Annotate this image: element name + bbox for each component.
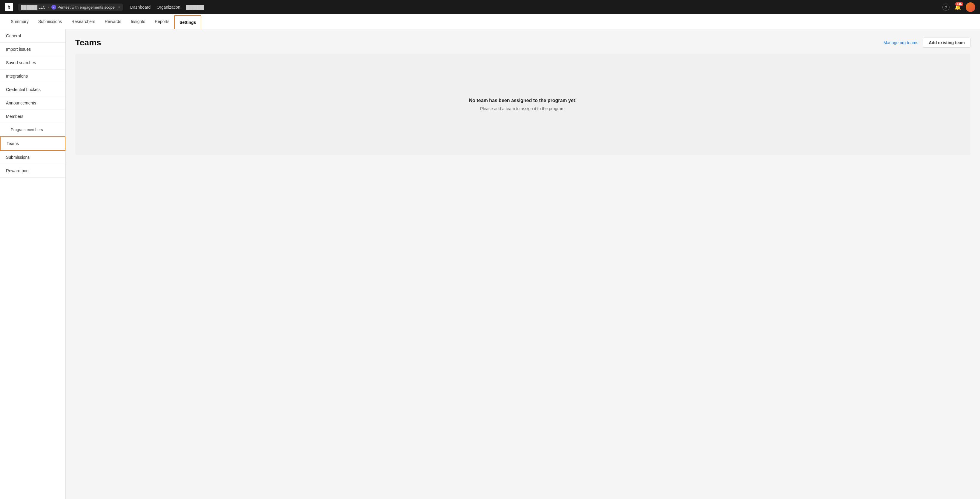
sidebar-item-general[interactable]: General (0, 29, 65, 43)
topnav-dashboard[interactable]: Dashboard (130, 5, 151, 10)
tab-settings[interactable]: Settings (174, 15, 201, 29)
badge-icon: ✓ (51, 5, 56, 10)
topnav-user-text[interactable]: ██████ (186, 5, 204, 10)
content-header: Teams Manage org teams Add existing team (75, 38, 970, 48)
tab-reports[interactable]: Reports (150, 15, 174, 29)
content-actions: Manage org teams Add existing team (883, 38, 970, 48)
tab-rewards[interactable]: Rewards (100, 15, 126, 29)
tab-submissions[interactable]: Submissions (33, 15, 67, 29)
breadcrumb-org: ██████ LLC (21, 5, 46, 10)
empty-state-panel: No team has been assigned to the program… (75, 54, 970, 155)
sidebar-item-credential-buckets[interactable]: Credential buckets (0, 83, 65, 96)
sidebar: General Import issues Saved searches Int… (0, 29, 66, 499)
secondary-navigation: Summary Submissions Researchers Rewards … (0, 14, 980, 29)
sidebar-item-saved-searches[interactable]: Saved searches (0, 56, 65, 70)
sidebar-item-program-members[interactable]: Program members (0, 123, 65, 137)
main-layout: General Import issues Saved searches Int… (0, 29, 980, 499)
manage-org-teams-link[interactable]: Manage org teams (883, 40, 918, 45)
breadcrumb[interactable]: ██████ LLC / ✓ Pentest with engagements … (18, 3, 123, 11)
sidebar-item-reward-pool[interactable]: Reward pool (0, 164, 65, 178)
topnav-links: Dashboard Organization ██████ (130, 5, 204, 10)
topnav-right: ? 🔔 146 (942, 2, 975, 12)
help-button[interactable]: ? (942, 3, 950, 11)
breadcrumb-chevron-icon[interactable]: ▾ (118, 5, 120, 9)
logo[interactable]: b (5, 3, 13, 11)
topnav-organization[interactable]: Organization (156, 5, 180, 10)
pentest-badge: ✓ Pentest with engagements scope (51, 5, 115, 10)
tab-researchers[interactable]: Researchers (67, 15, 100, 29)
main-content: Teams Manage org teams Add existing team… (66, 29, 980, 499)
empty-state-description: Please add a team to assign it to the pr… (480, 106, 566, 111)
sidebar-item-import-issues[interactable]: Import issues (0, 43, 65, 56)
tab-insights[interactable]: Insights (126, 15, 150, 29)
breadcrumb-separator: / (48, 5, 49, 10)
top-navigation: b ██████ LLC / ✓ Pentest with engagement… (0, 0, 980, 14)
empty-state-title: No team has been assigned to the program… (469, 98, 577, 103)
page-title: Teams (75, 38, 101, 48)
breadcrumb-pentest: Pentest with engagements scope (57, 5, 115, 10)
add-existing-team-button[interactable]: Add existing team (923, 38, 970, 48)
tab-summary[interactable]: Summary (6, 15, 33, 29)
sidebar-item-announcements[interactable]: Announcements (0, 96, 65, 110)
sidebar-item-submissions[interactable]: Submissions (0, 151, 65, 164)
avatar[interactable] (966, 2, 975, 12)
sidebar-item-members[interactable]: ➔ Members (0, 110, 65, 123)
notif-count-badge: 146 (955, 2, 963, 6)
sidebar-item-integrations[interactable]: Integrations (0, 70, 65, 83)
notifications-button[interactable]: 🔔 146 (954, 4, 961, 10)
sidebar-item-teams[interactable]: Teams (0, 137, 65, 151)
